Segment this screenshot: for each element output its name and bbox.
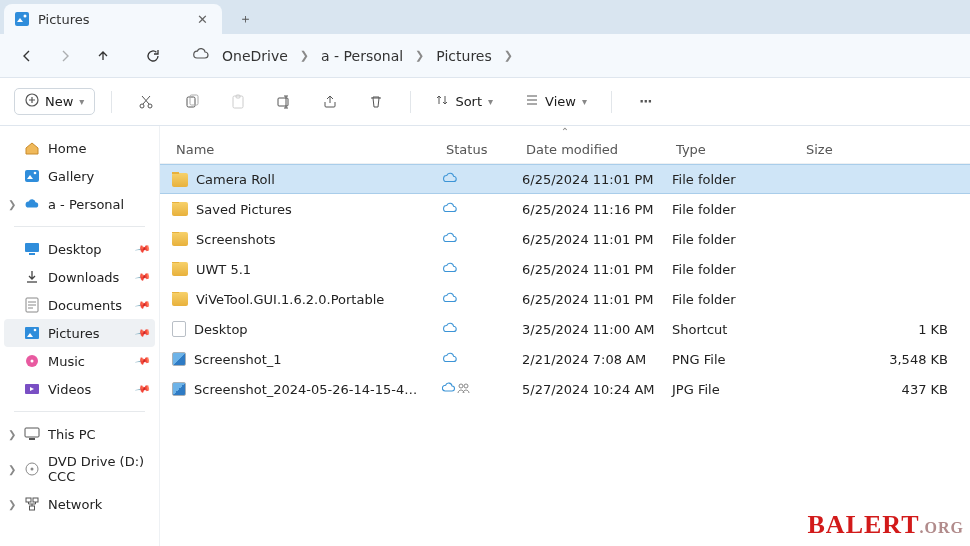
col-status[interactable]: Status bbox=[442, 142, 522, 157]
copy-button[interactable] bbox=[174, 84, 210, 120]
sidebar-item-home[interactable]: Home bbox=[4, 134, 155, 162]
desktop-icon bbox=[24, 241, 40, 257]
cell-type: File folder bbox=[672, 262, 802, 277]
svg-rect-24 bbox=[26, 498, 31, 502]
svg-rect-0 bbox=[15, 12, 29, 26]
sort-button[interactable]: Sort ▾ bbox=[427, 89, 501, 114]
sidebar-item-music[interactable]: Music📌 bbox=[4, 347, 155, 375]
tab-pictures[interactable]: Pictures ✕ bbox=[4, 4, 222, 34]
cloud-status-icon bbox=[442, 171, 458, 188]
svg-rect-20 bbox=[25, 428, 39, 437]
collapse-handle[interactable]: ⌃ bbox=[160, 126, 970, 136]
breadcrumb-item-1[interactable]: a - Personal bbox=[321, 48, 403, 64]
col-size[interactable]: Size bbox=[802, 142, 958, 157]
cell-status bbox=[442, 291, 522, 308]
svg-point-1 bbox=[24, 15, 27, 18]
cloud-status-icon bbox=[442, 381, 470, 398]
cell-type: File folder bbox=[672, 292, 802, 307]
cell-type: File folder bbox=[672, 172, 802, 187]
col-date[interactable]: Date modified bbox=[522, 142, 672, 157]
file-row[interactable]: Saved Pictures6/25/2024 11:16 PMFile fol… bbox=[160, 194, 970, 224]
file-row[interactable]: Screenshots6/25/2024 11:01 PMFile folder bbox=[160, 224, 970, 254]
close-tab-button[interactable]: ✕ bbox=[193, 10, 212, 29]
pin-icon: 📌 bbox=[135, 381, 151, 397]
svg-point-18 bbox=[31, 360, 34, 363]
svg-rect-25 bbox=[33, 498, 38, 502]
new-tab-button[interactable]: ＋ bbox=[230, 4, 260, 34]
sidebar-item-documents[interactable]: Documents📌 bbox=[4, 291, 155, 319]
cell-type: Shortcut bbox=[672, 322, 802, 337]
file-row[interactable]: UWT 5.16/25/2024 11:01 PMFile folder bbox=[160, 254, 970, 284]
cut-button[interactable] bbox=[128, 84, 164, 120]
cell-size: 3,548 KB bbox=[802, 352, 958, 367]
chevron-right-icon: ❯ bbox=[8, 464, 16, 475]
cell-name: Screenshots bbox=[172, 232, 442, 247]
file-name: Desktop bbox=[194, 322, 248, 337]
cell-name: Saved Pictures bbox=[172, 202, 442, 217]
file-row[interactable]: Camera Roll6/25/2024 11:01 PMFile folder bbox=[160, 164, 970, 194]
view-button[interactable]: View ▾ bbox=[517, 89, 595, 114]
chevron-down-icon: ▾ bbox=[582, 96, 587, 107]
sidebar-item-desktop[interactable]: Desktop📌 bbox=[4, 235, 155, 263]
watermark: BALERT.ORG bbox=[808, 510, 964, 540]
file-row[interactable]: ViVeTool.GUI.1.6.2.0.Portable6/25/2024 1… bbox=[160, 284, 970, 314]
cell-status bbox=[442, 321, 522, 338]
pin-icon: 📌 bbox=[135, 297, 151, 313]
sidebar-item-pictures[interactable]: Pictures📌 bbox=[4, 319, 155, 347]
column-headers[interactable]: Name Status Date modified Type Size bbox=[160, 136, 970, 164]
refresh-button[interactable] bbox=[142, 45, 164, 67]
chevron-down-icon: ▾ bbox=[488, 96, 493, 107]
image-icon bbox=[172, 352, 186, 366]
cell-type: JPG File bbox=[672, 382, 802, 397]
sidebar-item-a-personal[interactable]: ❯a - Personal bbox=[4, 190, 155, 218]
breadcrumb-item-2[interactable]: Pictures bbox=[436, 48, 491, 64]
thispc-icon bbox=[24, 426, 40, 442]
cell-date: 2/21/2024 7:08 AM bbox=[522, 352, 672, 367]
col-name[interactable]: Name bbox=[172, 142, 442, 157]
cell-date: 6/25/2024 11:16 PM bbox=[522, 202, 672, 217]
rename-button[interactable] bbox=[266, 84, 302, 120]
file-name: ViVeTool.GUI.1.6.2.0.Portable bbox=[196, 292, 384, 307]
pin-icon: 📌 bbox=[135, 325, 151, 341]
nav-forward-button[interactable] bbox=[54, 45, 76, 67]
file-row[interactable]: Screenshot_12/21/2024 7:08 AMPNG File3,5… bbox=[160, 344, 970, 374]
col-type[interactable]: Type bbox=[672, 142, 802, 157]
sidebar-item-label: Network bbox=[48, 497, 102, 512]
cell-name: Camera Roll bbox=[172, 172, 442, 187]
address-bar: OneDrive ❯ a - Personal ❯ Pictures ❯ bbox=[0, 34, 970, 78]
delete-button[interactable] bbox=[358, 84, 394, 120]
file-row[interactable]: Desktop3/25/2024 11:00 AMShortcut1 KB bbox=[160, 314, 970, 344]
cloud-icon bbox=[24, 196, 40, 212]
cell-date: 5/27/2024 10:24 AM bbox=[522, 382, 672, 397]
share-button[interactable] bbox=[312, 84, 348, 120]
sidebar-item-dvd-drive-d-ccc[interactable]: ❯DVD Drive (D:) CCC bbox=[4, 448, 155, 490]
sidebar-item-label: Documents bbox=[48, 298, 122, 313]
svg-point-23 bbox=[31, 468, 34, 471]
svg-point-28 bbox=[464, 384, 468, 388]
paste-button[interactable] bbox=[220, 84, 256, 120]
chevron-right-icon: ❯ bbox=[8, 429, 16, 440]
toolbar-separator bbox=[611, 91, 612, 113]
cloud-status-icon bbox=[442, 321, 458, 338]
sidebar-item-network[interactable]: ❯Network bbox=[4, 490, 155, 518]
file-name: Screenshot_1 bbox=[194, 352, 282, 367]
cloud-icon bbox=[192, 47, 210, 64]
breadcrumb-item-0[interactable]: OneDrive bbox=[222, 48, 288, 64]
sidebar-item-gallery[interactable]: Gallery bbox=[4, 162, 155, 190]
cell-name: ViVeTool.GUI.1.6.2.0.Portable bbox=[172, 292, 442, 307]
svg-rect-12 bbox=[25, 243, 39, 252]
sidebar-item-this-pc[interactable]: ❯This PC bbox=[4, 420, 155, 448]
new-button[interactable]: New ▾ bbox=[14, 88, 95, 115]
breadcrumb[interactable]: OneDrive ❯ a - Personal ❯ Pictures ❯ bbox=[192, 47, 513, 64]
sidebar-item-videos[interactable]: Videos📌 bbox=[4, 375, 155, 403]
sidebar: HomeGallery❯a - Personal Desktop📌Downloa… bbox=[0, 126, 160, 546]
downloads-icon bbox=[24, 269, 40, 285]
more-button[interactable]: ⋯ bbox=[628, 84, 664, 120]
nav-up-button[interactable] bbox=[92, 45, 114, 67]
sidebar-item-downloads[interactable]: Downloads📌 bbox=[4, 263, 155, 291]
file-row[interactable]: Screenshot_2024-05-26-14-15-47-963_com.m… bbox=[160, 374, 970, 404]
cell-date: 6/25/2024 11:01 PM bbox=[522, 172, 672, 187]
nav-back-button[interactable] bbox=[16, 45, 38, 67]
svg-point-11 bbox=[34, 172, 37, 175]
folder-icon bbox=[172, 262, 188, 276]
